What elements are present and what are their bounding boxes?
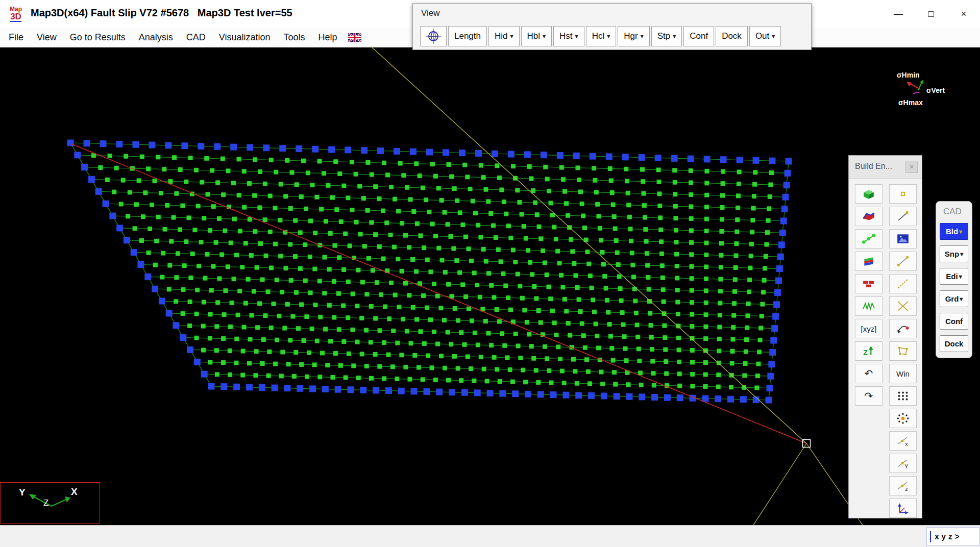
axes-button[interactable] xyxy=(889,499,917,518)
surface-icon xyxy=(861,210,876,223)
build-layers-button[interactable] xyxy=(855,252,883,271)
bricks-icon xyxy=(861,277,876,290)
line-x-icon: x xyxy=(895,434,911,447)
build-palette-close-icon[interactable]: × xyxy=(905,161,918,173)
menu-file[interactable]: File xyxy=(2,28,30,47)
cad-palette-title: CAD xyxy=(943,207,962,217)
line-with-points-button[interactable] xyxy=(889,252,917,271)
stress-orientation-indicator: σHmin σVert σHmax xyxy=(891,70,980,113)
cad-palette-buttons: Bld Snp Edi Grd Conf Dock xyxy=(936,223,972,352)
dashed-line-button[interactable] xyxy=(889,274,917,293)
conf-button[interactable]: Conf xyxy=(683,26,714,46)
maximize-button[interactable]: □ xyxy=(915,0,947,28)
build-spring-button[interactable] xyxy=(855,296,883,316)
hst-dropdown-button[interactable]: Hst xyxy=(553,26,584,46)
logo-text-top: Map xyxy=(10,6,22,12)
arc-arrow-icon xyxy=(895,322,911,335)
dot-grid-button[interactable] xyxy=(889,386,917,406)
intersect-cross-icon xyxy=(895,300,911,313)
svg-text:Z: Z xyxy=(863,349,868,357)
undo-button[interactable]: ↶ xyxy=(855,364,883,383)
map3d-logo-icon: Map 3D xyxy=(5,3,27,24)
cad-palette[interactable]: CAD Bld Snp Edi Grd Conf Dock xyxy=(936,201,972,358)
menu-tools[interactable]: Tools xyxy=(277,28,312,47)
spring-icon xyxy=(861,300,876,313)
node-square-icon xyxy=(895,187,911,201)
viewport-canvas[interactable] xyxy=(0,47,980,525)
build-surface-button[interactable] xyxy=(855,207,883,226)
svg-text:z: z xyxy=(905,486,908,492)
line-x-button[interactable]: x xyxy=(889,431,917,451)
hcl-dropdown-button[interactable]: Hcl xyxy=(586,26,617,46)
line-z-icon: z xyxy=(895,479,911,492)
line-points-icon xyxy=(895,255,911,268)
grd-dropdown-button[interactable]: Grd xyxy=(940,290,968,307)
view-extents-globe-button[interactable] xyxy=(420,26,447,46)
menu-view[interactable]: View xyxy=(30,28,63,47)
sigma-vert-label: σVert xyxy=(926,86,945,94)
hbl-dropdown-button[interactable]: Hbl xyxy=(521,26,552,46)
edi-dropdown-button[interactable]: Edi xyxy=(940,268,968,285)
window-controls: — □ × xyxy=(882,0,980,28)
menu-cad[interactable]: CAD xyxy=(180,28,212,47)
points-line-icon xyxy=(861,232,876,245)
dashed-line-icon xyxy=(895,277,911,290)
build-palette-window[interactable]: Build En... × xyxy=(848,155,922,518)
axis-triad: Y X Z xyxy=(0,482,100,524)
menu-visualization[interactable]: Visualization xyxy=(212,28,277,47)
build-palette-right-column: Win x xyxy=(889,184,917,518)
status-bar: x y z > xyxy=(0,525,980,547)
win-button[interactable]: Win xyxy=(889,364,917,383)
hid-dropdown-button[interactable]: Hid xyxy=(488,26,520,46)
bld-dropdown-button[interactable]: Bld xyxy=(940,223,968,240)
draw-line-icon xyxy=(895,210,911,223)
text-caret xyxy=(930,531,931,542)
z-up-arrow-icon: Z xyxy=(861,344,876,358)
intersection-button[interactable] xyxy=(889,296,917,316)
view-toolbar-window[interactable]: View Length Hid Hbl Hst Hcl Hgr Stp Conf… xyxy=(412,3,812,50)
line-y-button[interactable]: Y xyxy=(889,454,917,473)
menu-go-to-results[interactable]: Go to Results xyxy=(63,28,132,47)
minimize-button[interactable]: — xyxy=(882,0,915,28)
cad-conf-button[interactable]: Conf xyxy=(940,313,968,330)
arc-arrow-button[interactable] xyxy=(889,319,917,338)
language-flag-icon[interactable] xyxy=(348,33,361,42)
cube-icon xyxy=(861,187,876,201)
sigma-hmin-label: σHmin xyxy=(897,71,920,79)
menu-analysis[interactable]: Analysis xyxy=(132,28,180,47)
z-extrude-button[interactable]: Z xyxy=(855,341,883,361)
radial-grid-button[interactable] xyxy=(889,409,917,428)
window-title: Map3D(x64) Fault Slip V72 #5678 Map3D Te… xyxy=(31,7,292,19)
hgr-dropdown-button[interactable]: Hgr xyxy=(618,26,649,46)
image-icon xyxy=(895,232,911,245)
menu-help[interactable]: Help xyxy=(312,28,344,47)
radial-grid-icon xyxy=(895,412,911,425)
polygon-button[interactable] xyxy=(889,341,917,361)
axis-x-label: X xyxy=(71,486,78,498)
dock-button[interactable]: Dock xyxy=(716,26,748,46)
cad-dock-button[interactable]: Dock xyxy=(940,335,968,352)
line-y-icon: Y xyxy=(895,457,911,470)
image-plane-button[interactable] xyxy=(889,229,917,248)
axis-z-label: Z xyxy=(43,498,48,508)
view-toolbar-title: View xyxy=(421,8,440,18)
build-block-button[interactable] xyxy=(855,184,883,204)
coordinate-input[interactable]: x y z > xyxy=(926,527,979,546)
coordinates-xyz-button[interactable]: [xyz] xyxy=(855,319,883,338)
build-bricks-button[interactable] xyxy=(855,274,883,293)
stp-dropdown-button[interactable]: Stp xyxy=(651,26,682,46)
snp-dropdown-button[interactable]: Snp xyxy=(940,245,968,262)
close-button[interactable]: × xyxy=(947,0,980,28)
viewport[interactable]: σHmin σVert σHmax Y X Z xyxy=(0,47,980,525)
build-points-line-button[interactable] xyxy=(855,229,883,248)
out-dropdown-button[interactable]: Out xyxy=(749,26,781,46)
length-button[interactable]: Length xyxy=(448,26,487,46)
globe-crosshair-icon xyxy=(426,29,441,44)
draw-line-button[interactable] xyxy=(889,207,917,226)
line-z-button[interactable]: z xyxy=(889,476,917,495)
redo-button[interactable]: ↷ xyxy=(855,386,883,406)
logo-text-bottom: 3D xyxy=(10,12,21,22)
build-palette-titlebar: Build En... × xyxy=(849,156,922,179)
build-palette-left-column: [xyz] Z ↶ ↷ xyxy=(855,184,883,406)
node-point-button[interactable] xyxy=(889,184,917,204)
